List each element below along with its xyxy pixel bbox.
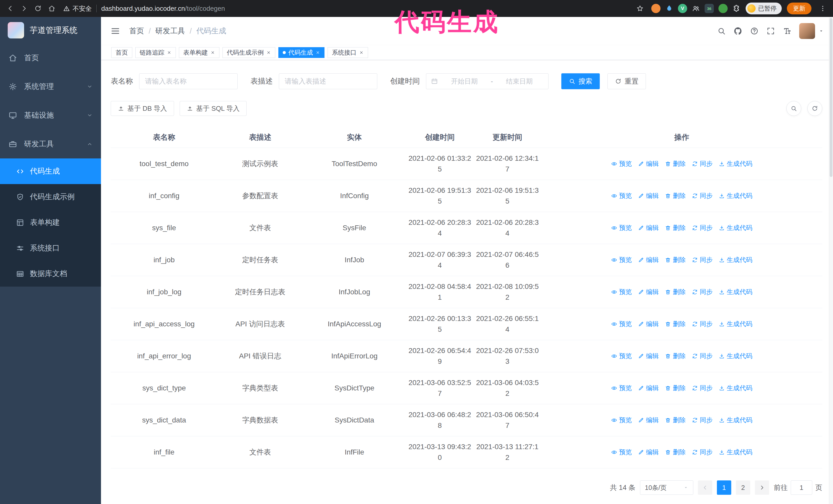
scrollbar[interactable] <box>829 17 833 504</box>
profile-chip[interactable]: 已暂停 <box>745 3 782 14</box>
delete-link[interactable]: 删除 <box>665 383 686 393</box>
reset-button[interactable]: 重置 <box>608 73 646 89</box>
address-bar[interactable]: 不安全 dashboard.yudao.iocoder.cn/tool/code… <box>63 4 225 13</box>
preview-link[interactable]: 预览 <box>611 223 632 233</box>
generate-link[interactable]: 生成代码 <box>719 223 752 233</box>
tag-system-api[interactable]: 系统接口 <box>328 47 368 58</box>
sync-link[interactable]: 同步 <box>692 415 713 425</box>
page-size-select[interactable]: 10条/页 <box>640 480 693 495</box>
tag-close-icon[interactable] <box>167 50 171 55</box>
next-page-button[interactable] <box>755 480 769 495</box>
preview-link[interactable]: 预览 <box>611 383 632 393</box>
app-logo[interactable]: 芋道管理系统 <box>0 17 101 44</box>
tag-close-icon[interactable] <box>266 50 271 55</box>
font-size-icon[interactable] <box>783 27 791 35</box>
header-search-icon[interactable] <box>717 27 726 35</box>
date-range-picker[interactable]: 开始日期 - 结束日期 <box>426 73 548 89</box>
preview-link[interactable]: 预览 <box>611 255 632 265</box>
extension-icon-badge[interactable]: 36 <box>705 4 714 13</box>
tag-tracer[interactable]: 链路追踪 <box>135 47 176 58</box>
edit-link[interactable]: 编辑 <box>638 255 659 265</box>
chrome-update-button[interactable]: 更新 <box>787 3 811 14</box>
preview-link[interactable]: 预览 <box>611 287 632 297</box>
sidebar-subitem-codegen[interactable]: 代码生成 <box>0 159 101 184</box>
delete-link[interactable]: 删除 <box>665 191 686 201</box>
edit-link[interactable]: 编辑 <box>638 447 659 457</box>
db-import-button[interactable]: 基于 DB 导入 <box>111 101 174 116</box>
breadcrumb-item[interactable]: 研发工具 <box>155 26 185 36</box>
extension-icon-leaf[interactable] <box>718 4 728 13</box>
extension-icon-people[interactable] <box>692 4 700 13</box>
goto-page-input[interactable] <box>791 480 812 495</box>
generate-link[interactable]: 生成代码 <box>719 351 752 361</box>
edit-link[interactable]: 编辑 <box>638 287 659 297</box>
edit-link[interactable]: 编辑 <box>638 415 659 425</box>
extension-icon-drop[interactable] <box>665 4 673 13</box>
extension-icon-proxy[interactable] <box>651 4 661 13</box>
generate-link[interactable]: 生成代码 <box>719 415 752 425</box>
edit-link[interactable]: 编辑 <box>638 351 659 361</box>
bookmark-star-icon[interactable] <box>634 2 646 15</box>
sync-link[interactable]: 同步 <box>692 191 713 201</box>
sidebar-item-infra[interactable]: 基础设施 <box>0 101 101 130</box>
user-menu[interactable] <box>799 23 824 39</box>
preview-link[interactable]: 预览 <box>611 415 632 425</box>
extension-icon-vue[interactable]: V <box>678 4 687 13</box>
tag-close-icon[interactable] <box>315 50 320 55</box>
extension-icon-puzzle[interactable] <box>732 4 740 13</box>
sync-link[interactable]: 同步 <box>692 287 713 297</box>
delete-link[interactable]: 删除 <box>665 287 686 297</box>
table-name-input[interactable] <box>139 73 238 89</box>
browser-menu-icon[interactable] <box>816 2 829 15</box>
delete-link[interactable]: 删除 <box>665 223 686 233</box>
scrollbar-thumb[interactable] <box>830 18 832 177</box>
sidebar-subitem-db-doc[interactable]: 数据库文档 <box>0 261 101 287</box>
tag-codegen[interactable]: 代码生成 <box>278 47 325 58</box>
sync-link[interactable]: 同步 <box>692 159 713 169</box>
sync-link[interactable]: 同步 <box>692 255 713 265</box>
prev-page-button[interactable] <box>698 480 712 495</box>
sync-link[interactable]: 同步 <box>692 447 713 457</box>
generate-link[interactable]: 生成代码 <box>719 447 752 457</box>
sidebar-item-home[interactable]: 首页 <box>0 44 101 72</box>
edit-link[interactable]: 编辑 <box>638 383 659 393</box>
sync-link[interactable]: 同步 <box>692 319 713 329</box>
delete-link[interactable]: 删除 <box>665 159 686 169</box>
page-button-1[interactable]: 1 <box>717 480 731 495</box>
refresh-table-button[interactable] <box>807 101 822 116</box>
preview-link[interactable]: 预览 <box>611 447 632 457</box>
search-button[interactable]: 搜索 <box>561 73 600 89</box>
sidebar-item-system[interactable]: 系统管理 <box>0 72 101 101</box>
sidebar-collapse-icon[interactable] <box>110 26 120 36</box>
sql-import-button[interactable]: 基于 SQL 导入 <box>180 101 247 116</box>
generate-link[interactable]: 生成代码 <box>719 319 752 329</box>
sidebar-item-devtools[interactable]: 研发工具 <box>0 130 101 159</box>
delete-link[interactable]: 删除 <box>665 351 686 361</box>
sidebar-subitem-form-build[interactable]: 表单构建 <box>0 210 101 235</box>
help-icon[interactable] <box>750 27 759 35</box>
generate-link[interactable]: 生成代码 <box>719 287 752 297</box>
generate-link[interactable]: 生成代码 <box>719 383 752 393</box>
tag-codegen-example[interactable]: 代码生成示例 <box>222 47 275 58</box>
delete-link[interactable]: 删除 <box>665 319 686 329</box>
delete-link[interactable]: 删除 <box>665 447 686 457</box>
generate-link[interactable]: 生成代码 <box>719 159 752 169</box>
browser-home-button[interactable] <box>46 2 58 15</box>
sync-link[interactable]: 同步 <box>692 223 713 233</box>
edit-link[interactable]: 编辑 <box>638 223 659 233</box>
generate-link[interactable]: 生成代码 <box>719 191 752 201</box>
preview-link[interactable]: 预览 <box>611 351 632 361</box>
table-desc-input[interactable] <box>279 73 377 89</box>
browser-back-button[interactable] <box>4 2 17 15</box>
sidebar-subitem-system-api[interactable]: 系统接口 <box>0 235 101 261</box>
toggle-search-button[interactable] <box>786 101 801 116</box>
edit-link[interactable]: 编辑 <box>638 159 659 169</box>
sync-link[interactable]: 同步 <box>692 351 713 361</box>
delete-link[interactable]: 删除 <box>665 255 686 265</box>
edit-link[interactable]: 编辑 <box>638 191 659 201</box>
sync-link[interactable]: 同步 <box>692 383 713 393</box>
browser-forward-button[interactable] <box>18 2 30 15</box>
github-icon[interactable] <box>734 27 742 35</box>
generate-link[interactable]: 生成代码 <box>719 255 752 265</box>
edit-link[interactable]: 编辑 <box>638 319 659 329</box>
